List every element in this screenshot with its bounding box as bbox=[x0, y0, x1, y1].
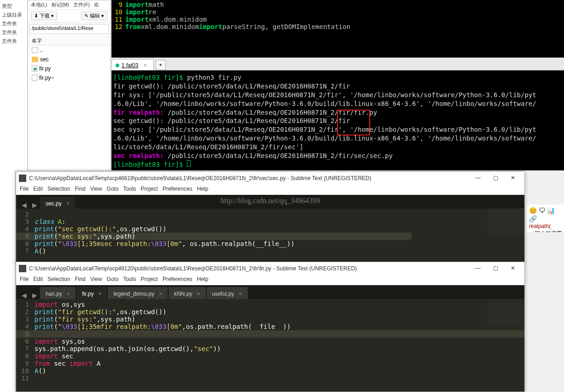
line-number: 11 bbox=[111, 16, 125, 23]
minimap[interactable] bbox=[488, 209, 524, 236]
menu-edit[interactable]: Edit bbox=[33, 186, 43, 192]
python-file-icon bbox=[32, 65, 37, 72]
line-number: 2 bbox=[16, 308, 35, 316]
chevron-down-icon: ▾ bbox=[51, 13, 54, 18]
fm-menubar[interactable]: 本地(L) 标记(M) 文件(F) 命 bbox=[28, 0, 110, 10]
menu-selection[interactable]: Selection bbox=[47, 186, 70, 192]
tab-nav-left-icon[interactable]: ◀ bbox=[19, 201, 29, 209]
download-icon: ⬇ bbox=[34, 13, 38, 18]
close-icon[interactable]: × bbox=[67, 291, 70, 297]
menu-selection[interactable]: Selection bbox=[47, 276, 70, 282]
tab-usefulpy[interactable]: useful.py× bbox=[207, 287, 248, 299]
menu-project[interactable]: Project bbox=[141, 186, 158, 192]
tab-knnpy[interactable]: kNN.py× bbox=[169, 287, 205, 299]
minimap[interactable] bbox=[488, 299, 524, 327]
close-icon[interactable]: × bbox=[144, 62, 147, 69]
fm-item-up[interactable]: .. bbox=[28, 46, 110, 55]
emoji-toolbar[interactable]: 😊 🗨 📊 🔗 bbox=[529, 206, 562, 223]
line-number: 10 bbox=[16, 367, 35, 374]
fm-toolbar: ⬇ 下载 ▾ ✎ 编辑 ▾ bbox=[28, 10, 110, 23]
file-icon bbox=[32, 75, 37, 81]
fm-item-folder[interactable]: sec bbox=[28, 55, 110, 64]
fm-row-folder[interactable]: 文件夹 bbox=[2, 19, 25, 28]
line-number: 3 bbox=[16, 316, 35, 323]
sublime-window-fir: C:\Users\a\AppData\Local\Temp\scp49120\p… bbox=[16, 262, 525, 392]
fm-menu-file[interactable]: 文件(F) bbox=[73, 2, 90, 7]
line-number: 3 bbox=[16, 218, 35, 225]
tab-secpy[interactable]: sec.py× bbox=[40, 197, 75, 209]
line-number: 10 bbox=[111, 8, 125, 16]
fm-menu-mark[interactable]: 标记(M) bbox=[52, 2, 70, 7]
maximize-button[interactable]: ▢ bbox=[487, 263, 504, 274]
menu-help[interactable]: Help bbox=[197, 276, 209, 282]
close-button[interactable]: ✕ bbox=[504, 173, 522, 184]
fm-row-folder[interactable]: 文件夹 bbox=[2, 37, 25, 46]
term-line: .6.0/Lib', '/home/linbo/works/software/P… bbox=[113, 99, 562, 108]
menu-file[interactable]: File bbox=[20, 186, 29, 192]
close-button[interactable]: ✕ bbox=[504, 263, 522, 274]
tab-nav-right-icon[interactable]: ▶ bbox=[29, 292, 40, 299]
titlebar[interactable]: C:\Users\a\AppData\Local\Temp\scp49120\p… bbox=[16, 262, 524, 275]
line-number: 6 bbox=[16, 338, 35, 345]
fm-menu-local[interactable]: 本地(L) bbox=[31, 2, 47, 7]
fm-col-name[interactable]: 名字 bbox=[28, 35, 110, 46]
close-icon[interactable]: × bbox=[197, 291, 200, 297]
menu-find[interactable]: Find bbox=[75, 276, 85, 282]
line-number: 4 bbox=[16, 225, 35, 233]
line-number: 5 bbox=[16, 233, 35, 240]
menu-find[interactable]: Find bbox=[75, 186, 85, 192]
menubar[interactable]: FileEditSelectionFindViewGotoToolsProjec… bbox=[16, 185, 524, 195]
download-button[interactable]: ⬇ 下载 ▾ bbox=[31, 12, 57, 20]
tab-nav-right-icon[interactable]: ▶ bbox=[29, 201, 40, 209]
file-manager: 本地(L) 标记(M) 文件(F) 命 ⬇ 下载 ▾ ✎ 编辑 ▾ /publi… bbox=[28, 0, 110, 170]
menu-preferences[interactable]: Preferences bbox=[163, 276, 192, 282]
menu-goto[interactable]: Goto bbox=[107, 276, 119, 282]
menu-view[interactable]: View bbox=[90, 276, 102, 282]
fm-row-folder[interactable]: 文件夹 bbox=[2, 28, 25, 37]
line-number: 12 bbox=[111, 23, 125, 30]
tab-legenddemopy[interactable]: legend_demo.py× bbox=[108, 287, 168, 299]
minimize-button[interactable]: — bbox=[469, 263, 487, 274]
menu-project[interactable]: Project bbox=[141, 276, 158, 282]
prompt: [linbo@fat03 fir]$ bbox=[113, 74, 187, 81]
menu-help[interactable]: Help bbox=[197, 186, 209, 192]
menu-file[interactable]: File bbox=[20, 276, 29, 282]
close-icon[interactable]: × bbox=[98, 291, 101, 297]
close-icon[interactable]: × bbox=[66, 200, 70, 207]
menu-preferences[interactable]: Preferences bbox=[163, 186, 192, 192]
line-number: 9 bbox=[16, 360, 35, 367]
minimize-button[interactable]: — bbox=[469, 173, 487, 184]
close-icon[interactable]: × bbox=[239, 291, 242, 297]
terminal-tab[interactable]: 1 fat03× bbox=[111, 59, 154, 70]
chevron-down-icon: ▾ bbox=[101, 13, 104, 18]
fm-row-parent[interactable]: 上级目录 bbox=[2, 11, 25, 19]
tab-nav-left-icon[interactable]: ◀ bbox=[19, 292, 29, 299]
close-icon[interactable]: × bbox=[159, 291, 162, 297]
line-number: 5 bbox=[16, 330, 35, 338]
menu-goto[interactable]: Goto bbox=[107, 186, 119, 192]
code-area[interactable]: 1import os,sys 2print("fir getcwd():",os… bbox=[16, 299, 524, 382]
menu-edit[interactable]: Edit bbox=[33, 276, 43, 282]
fm-item-file[interactable]: fir.py~ bbox=[28, 73, 110, 82]
fm-path-bar[interactable]: /public/store5/data/L1/Rese bbox=[29, 24, 109, 34]
menu-view[interactable]: View bbox=[90, 186, 102, 192]
line-number: 4 bbox=[16, 323, 35, 330]
sublime-window-sec: C:\Users\a\AppData\Local\Temp\scp46619\p… bbox=[16, 171, 525, 263]
terminal-tabbar: 1 fat03× + bbox=[111, 58, 564, 70]
menu-tools[interactable]: Tools bbox=[123, 276, 136, 282]
tab-firpy[interactable]: fir.py× bbox=[76, 287, 107, 299]
watermark-text: http://blog.csdn.net/qq_34964399 bbox=[221, 197, 320, 205]
fm-item-file[interactable]: fir.py bbox=[28, 64, 110, 73]
window-title: C:\Users\a\AppData\Local\Temp\scp49120\p… bbox=[29, 265, 469, 272]
tab-hanpy[interactable]: han.py× bbox=[40, 287, 76, 299]
fm-menu-cmd[interactable]: 命 bbox=[94, 2, 99, 7]
edit-button[interactable]: ✎ 编辑 ▾ bbox=[81, 12, 107, 20]
titlebar[interactable]: C:\Users\a\AppData\Local\Temp\scp46619\p… bbox=[16, 172, 524, 185]
terminal[interactable]: [linbo@fat03 fir]$ python3 fir.py fir ge… bbox=[111, 70, 564, 170]
menu-tools[interactable]: Tools bbox=[123, 186, 136, 192]
add-tab-button[interactable]: + bbox=[156, 60, 166, 70]
code-area[interactable]: 2 3class A: 4 print("sec getcwd():",os.g… bbox=[16, 209, 524, 255]
window-title: C:\Users\a\AppData\Local\Temp\scp46619\p… bbox=[29, 175, 469, 181]
menubar[interactable]: FileEditSelectionFindViewGotoToolsProjec… bbox=[16, 275, 524, 285]
maximize-button[interactable]: ▢ bbox=[487, 173, 504, 184]
